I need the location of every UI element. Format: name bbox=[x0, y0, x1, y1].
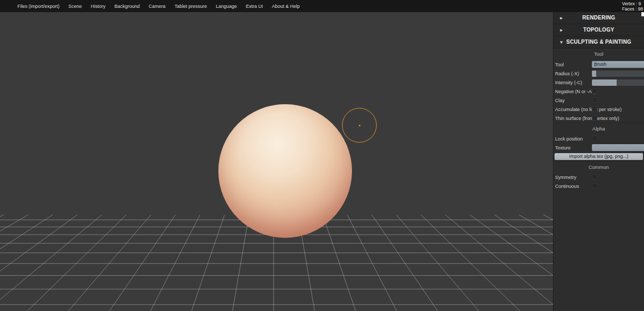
clay-checkbox[interactable] bbox=[592, 97, 597, 103]
menu-about-help[interactable]: About & Help bbox=[272, 4, 300, 9]
negative-label: Negative (N or -Alt) bbox=[555, 89, 596, 94]
texture-row: Texture bbox=[554, 143, 644, 152]
sidebar-panel: ► RENDERING ► TOPOLOGY ▼ SCULPTING & PAI… bbox=[553, 12, 644, 311]
import-alpha-row: Import alpha tex (jpg, png...) bbox=[554, 152, 644, 161]
tool-select-value: Brush bbox=[594, 62, 607, 67]
continuous-label: Continuous bbox=[555, 184, 579, 189]
intensity-label: Intensity (-C) bbox=[555, 80, 582, 85]
group-title-alpha: Alpha bbox=[554, 123, 644, 134]
texture-select[interactable] bbox=[592, 144, 644, 151]
brush-cursor bbox=[342, 108, 377, 143]
intensity-slider-fill bbox=[592, 79, 617, 86]
radius-slider-fill bbox=[592, 71, 596, 77]
brush-cursor-center-dot bbox=[359, 125, 360, 126]
continuous-checkbox[interactable] bbox=[592, 183, 597, 188]
thin-surface-checkbox[interactable] bbox=[592, 115, 597, 121]
symmetry-checkbox[interactable] bbox=[592, 174, 597, 179]
tool-label: Tool bbox=[555, 62, 564, 67]
panel-title-sculpting-painting: SCULPTING & PAINTING bbox=[554, 36, 644, 48]
menu-bar: Files (import/export) Scene History Back… bbox=[0, 0, 644, 12]
tool-select[interactable]: Brush bbox=[592, 61, 644, 68]
expanded-arrow-icon: ▼ bbox=[559, 40, 564, 45]
menu-scene[interactable]: Scene bbox=[68, 4, 82, 9]
accumulate-row: Accumulate (no limit per stroke) bbox=[554, 105, 644, 114]
negative-checkbox[interactable] bbox=[592, 88, 597, 94]
vertex-count: Vertex : 9 bbox=[622, 1, 643, 6]
menu-history[interactable]: History bbox=[91, 4, 106, 9]
panel-header-topology[interactable]: ► TOPOLOGY bbox=[554, 24, 644, 36]
clay-row: Clay bbox=[554, 96, 644, 105]
tool-row: Tool Brush bbox=[554, 60, 644, 69]
symmetry-row: Symmetry bbox=[554, 173, 644, 182]
menu-tablet-pressure[interactable]: Tablet pressure bbox=[175, 4, 207, 9]
panel-title-rendering: RENDERING bbox=[554, 12, 644, 24]
page-edge-artifact bbox=[641, 12, 644, 16]
radius-label: Radius (-X) bbox=[555, 71, 579, 76]
group-title-common: Common bbox=[554, 161, 644, 173]
texture-label: Texture bbox=[555, 145, 571, 151]
negative-row: Negative (N or -Alt) bbox=[554, 87, 644, 96]
lock-position-row: Lock position bbox=[554, 134, 644, 143]
thin-surface-row: Thin surface (front vertex only) bbox=[554, 114, 644, 123]
lock-position-label: Lock position bbox=[555, 136, 583, 142]
clay-label: Clay bbox=[555, 98, 565, 103]
sphere-mesh[interactable] bbox=[218, 104, 352, 238]
viewport-canvas[interactable] bbox=[0, 12, 553, 311]
panel-header-rendering[interactable]: ► RENDERING bbox=[554, 12, 644, 24]
symmetry-label: Symmetry bbox=[555, 175, 577, 180]
continuous-row: Continuous bbox=[554, 182, 644, 190]
panel-title-topology: TOPOLOGY bbox=[554, 24, 644, 36]
lock-position-checkbox[interactable] bbox=[592, 136, 597, 141]
menu-camera[interactable]: Camera bbox=[149, 4, 166, 9]
menu-language[interactable]: Language bbox=[216, 4, 237, 9]
mesh-stats: Vertex : 9 Faces : 98 bbox=[622, 1, 643, 12]
group-title-tool: Tool bbox=[554, 48, 644, 60]
menu-files[interactable]: Files (import/export) bbox=[17, 4, 59, 9]
intensity-slider[interactable] bbox=[592, 79, 644, 86]
intensity-row: Intensity (-C) bbox=[554, 78, 644, 87]
radius-row: Radius (-X) bbox=[554, 69, 644, 78]
accumulate-checkbox[interactable] bbox=[592, 106, 597, 112]
import-alpha-button[interactable]: Import alpha tex (jpg, png...) bbox=[555, 153, 643, 160]
collapsed-arrow-icon: ► bbox=[559, 16, 564, 21]
collapsed-arrow-icon: ► bbox=[559, 28, 564, 33]
faces-count: Faces : 98 bbox=[622, 6, 643, 12]
menu-extra-ui[interactable]: Extra UI bbox=[246, 4, 263, 9]
radius-slider[interactable] bbox=[592, 71, 644, 77]
panel-header-sculpting-painting[interactable]: ▼ SCULPTING & PAINTING bbox=[554, 36, 644, 48]
menu-background[interactable]: Background bbox=[115, 4, 140, 9]
